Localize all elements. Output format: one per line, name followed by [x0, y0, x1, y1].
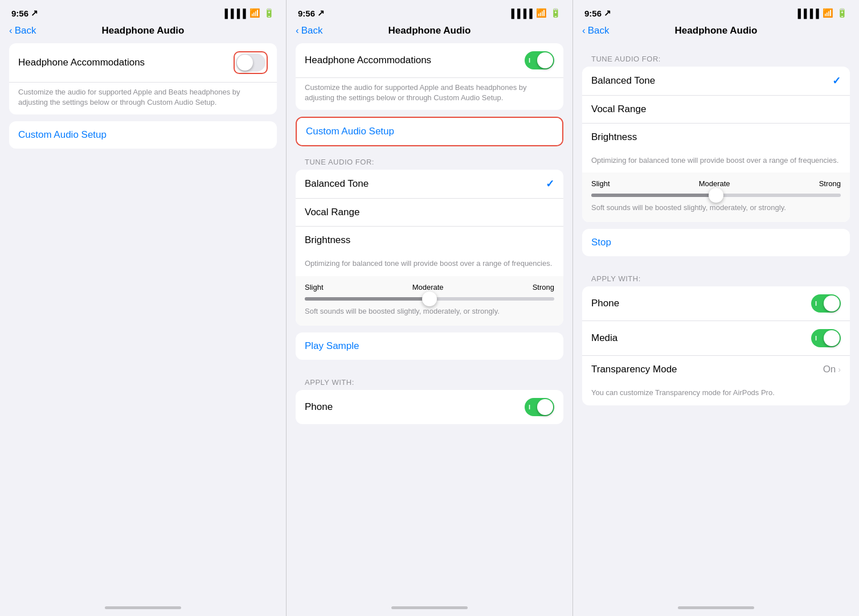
accommodations-toggle-2[interactable]: I	[525, 51, 554, 69]
location-icon-2: ↗	[317, 8, 325, 18]
battery-icon-1: 🔋	[264, 8, 275, 18]
tune-option-balanced-2[interactable]: Balanced Tone ✓	[296, 170, 563, 199]
checkmark-3: ✓	[832, 75, 841, 87]
tune-audio-header-3: TUNE AUDIO FOR:	[582, 43, 850, 67]
slider-section-3: Slight Moderate Strong Soft sounds will …	[582, 173, 850, 222]
tune-balanced-label-2: Balanced Tone	[305, 178, 369, 190]
toggle-i-label-2: I	[529, 57, 530, 64]
back-button-2[interactable]: ‹ Back	[296, 25, 322, 36]
toggle-i-phone-2: I	[529, 404, 530, 410]
toggle-highlight-1	[234, 51, 268, 74]
chevron-left-icon-1: ‹	[9, 25, 13, 36]
signal-icon-3: ▐▐▐▐	[795, 9, 819, 18]
custom-audio-card-1: Custom Audio Setup	[9, 121, 277, 149]
slider-track-3[interactable]	[591, 194, 841, 197]
nav-title-2: Headphone Audio	[388, 25, 471, 36]
apply-with-card-3: Phone I Media I Transparency Mode On ›	[582, 286, 850, 405]
apply-transparency-label-3: Transparency Mode	[591, 364, 677, 375]
time-1: 9:56	[11, 9, 28, 18]
status-time-2: 9:56 ↗	[298, 8, 325, 18]
wifi-icon-3: 📶	[823, 8, 833, 18]
status-bar-3: 9:56 ↗ ▐▐▐▐ 📶 🔋	[573, 0, 859, 23]
status-time-3: 9:56 ↗	[584, 8, 611, 18]
slider-thumb-3[interactable]	[709, 188, 723, 203]
panel-1: 9:56 ↗ ▐▐▐▐ 📶 🔋 ‹ Back Headphone Audio H…	[0, 0, 287, 616]
tune-desc-3: Optimizing for balanced tone will provid…	[582, 151, 850, 173]
status-time-1: 9:56 ↗	[11, 8, 38, 18]
apply-transparency-row-3[interactable]: Transparency Mode On ›	[582, 356, 850, 383]
slider-fill-3	[591, 194, 716, 197]
slider-labels-2: Slight Moderate Strong	[305, 283, 554, 291]
toggle-knob-1	[237, 55, 253, 71]
accommodations-desc-2: Customize the audio for supported Apple …	[296, 78, 563, 110]
back-label-3: Back	[588, 25, 610, 36]
tune-option-brightness-2[interactable]: Brightness	[296, 227, 563, 254]
toggle-knob-phone-2	[537, 399, 553, 415]
slider-fill-2	[305, 297, 429, 301]
apply-with-card-2: Phone I	[296, 390, 563, 424]
custom-audio-link-1[interactable]: Custom Audio Setup	[9, 121, 277, 149]
slider-slight-2: Slight	[305, 283, 324, 291]
accommodations-desc-1: Customize the audio for supported Apple …	[9, 83, 277, 114]
apply-phone-row-3: Phone I	[582, 286, 850, 321]
back-button-1[interactable]: ‹ Back	[9, 25, 36, 36]
slider-sublabel-3: Soft sounds will be boosted slightly, mo…	[591, 203, 841, 213]
signal-icon-1: ▐▐▐▐	[222, 9, 246, 18]
apply-phone-label-2: Phone	[305, 401, 333, 413]
toggle-i-media-3: I	[815, 335, 817, 342]
home-indicator-1	[105, 606, 181, 609]
tune-balanced-label-3: Balanced Tone	[591, 75, 655, 87]
tune-brightness-label-3: Brightness	[591, 132, 637, 143]
battery-icon-3: 🔋	[837, 8, 848, 18]
custom-audio-card-2: Custom Audio Setup	[297, 118, 562, 145]
tune-option-brightness-3[interactable]: Brightness	[582, 124, 850, 151]
transparency-value-3: On	[823, 364, 836, 375]
wifi-icon-2: 📶	[536, 8, 547, 18]
accommodations-row-2: Headphone Accommodations I	[296, 43, 563, 78]
toggle-i-phone-3: I	[815, 300, 817, 307]
nav-bar-2: ‹ Back Headphone Audio	[287, 23, 572, 43]
status-icons-3: ▐▐▐▐ 📶 🔋	[795, 8, 848, 18]
slider-labels-3: Slight Moderate Strong	[591, 179, 841, 188]
slider-thumb-2[interactable]	[422, 291, 437, 306]
panel-2: 9:56 ↗ ▐▐▐▐ 📶 🔋 ‹ Back Headphone Audio H…	[287, 0, 573, 616]
slider-track-2[interactable]	[305, 297, 554, 301]
stop-link-3[interactable]: Stop	[582, 229, 850, 256]
time-3: 9:56	[584, 9, 602, 18]
apply-phone-toggle-3[interactable]: I	[811, 294, 841, 313]
custom-audio-highlight-2: Custom Audio Setup	[296, 117, 563, 146]
tune-desc-2: Optimizing for balanced tone will provid…	[296, 254, 563, 276]
panel-3: 9:56 ↗ ▐▐▐▐ 📶 🔋 ‹ Back Headphone Audio T…	[573, 0, 859, 616]
apply-phone-row-2: Phone I	[296, 390, 563, 424]
time-2: 9:56	[298, 9, 315, 18]
content-2: Headphone Accommodations I Customize the…	[287, 43, 572, 602]
status-icons-2: ▐▐▐▐ 📶 🔋	[508, 8, 561, 18]
chevron-left-icon-2: ‹	[296, 25, 299, 36]
slider-strong-3: Strong	[819, 179, 841, 188]
tune-audio-header-2: TUNE AUDIO FOR:	[296, 146, 563, 170]
nav-bar-1: ‹ Back Headphone Audio	[0, 23, 286, 43]
tune-option-balanced-3[interactable]: Balanced Tone ✓	[582, 67, 850, 96]
transparency-value-group: On ›	[823, 364, 841, 375]
toggle-knob-phone-3	[824, 295, 840, 311]
nav-title-1: Headphone Audio	[102, 25, 185, 36]
custom-audio-link-2[interactable]: Custom Audio Setup	[297, 118, 562, 145]
apply-phone-label-3: Phone	[591, 298, 619, 309]
chevron-right-icon-3: ›	[838, 365, 841, 374]
accommodations-toggle-1[interactable]	[236, 54, 265, 72]
back-button-3[interactable]: ‹ Back	[582, 25, 609, 36]
apply-media-toggle-3[interactable]: I	[811, 329, 841, 347]
apply-media-label-3: Media	[591, 332, 617, 344]
play-sample-link-2[interactable]: Play Sample	[296, 332, 563, 360]
status-bar-1: 9:56 ↗ ▐▐▐▐ 📶 🔋	[0, 0, 286, 23]
transparency-desc-3: You can customize Transparency mode for …	[582, 383, 850, 405]
apply-phone-toggle-2[interactable]: I	[525, 398, 554, 416]
stop-card-3: Stop	[582, 229, 850, 256]
back-label-2: Back	[301, 25, 323, 36]
apply-with-header-3: APPLY WITH:	[582, 263, 850, 286]
home-indicator-3	[678, 606, 754, 609]
wifi-icon-1: 📶	[249, 8, 260, 18]
tune-option-vocal-2[interactable]: Vocal Range	[296, 199, 563, 227]
content-1: Headphone Accommodations Customize the a…	[0, 43, 286, 602]
tune-option-vocal-3[interactable]: Vocal Range	[582, 96, 850, 124]
